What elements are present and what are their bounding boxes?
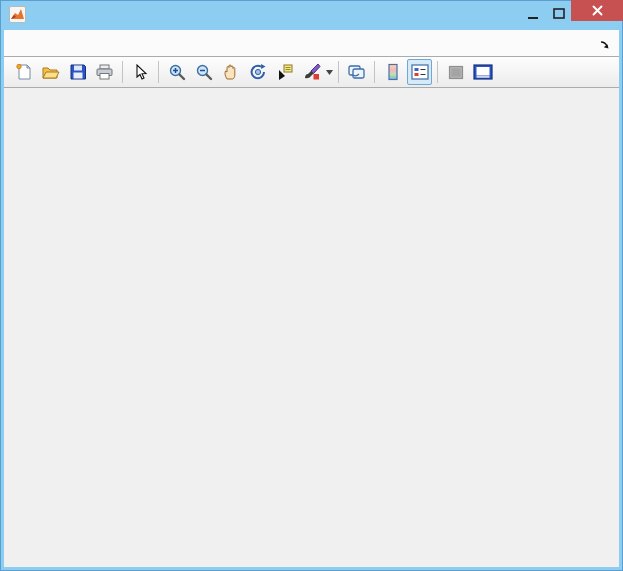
window-controls [521,0,623,24]
matlab-logo-icon [9,6,26,23]
rotate-3d-button[interactable] [245,59,270,85]
title-bar[interactable] [0,0,623,30]
menu-bar [4,30,619,57]
pan-button[interactable] [218,59,243,85]
toolbar-separator [122,61,123,83]
print-figure-button[interactable] [92,59,117,85]
show-plot-tools-button[interactable] [470,59,495,85]
insert-legend-button[interactable] [407,59,432,85]
zoom-in-button[interactable] [164,59,189,85]
open-file-button[interactable] [38,59,63,85]
minimize-button[interactable] [521,4,546,24]
close-button[interactable] [571,0,623,21]
hide-plot-tools-button[interactable] [443,59,468,85]
toolbar-separator [338,61,339,83]
link-plot-button[interactable] [344,59,369,85]
dock-figure-arrow-icon[interactable] [599,37,611,49]
brush-data-button[interactable] [299,59,324,85]
maximize-button[interactable] [546,4,571,24]
toolbar-separator [437,61,438,83]
figure-window [0,0,623,571]
toolbar-separator [158,61,159,83]
figure-canvas [4,88,619,567]
zoom-out-button[interactable] [191,59,216,85]
figure-plot[interactable] [4,88,619,567]
figure-toolbar [4,57,619,88]
toolbar-separator [374,61,375,83]
brush-dropdown-arrow-icon[interactable] [325,59,334,85]
new-figure-button[interactable] [11,59,36,85]
insert-colorbar-button[interactable] [380,59,405,85]
save-figure-button[interactable] [65,59,90,85]
data-cursor-button[interactable] [272,59,297,85]
edit-plot-button[interactable] [128,59,153,85]
